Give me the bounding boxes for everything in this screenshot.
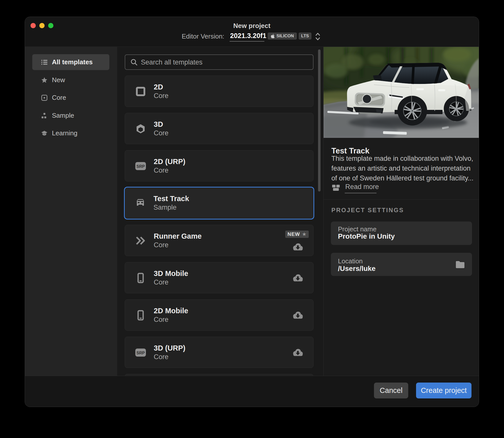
svg-text:SRP: SRP xyxy=(137,164,145,169)
svg-text:SRP: SRP xyxy=(137,351,145,355)
